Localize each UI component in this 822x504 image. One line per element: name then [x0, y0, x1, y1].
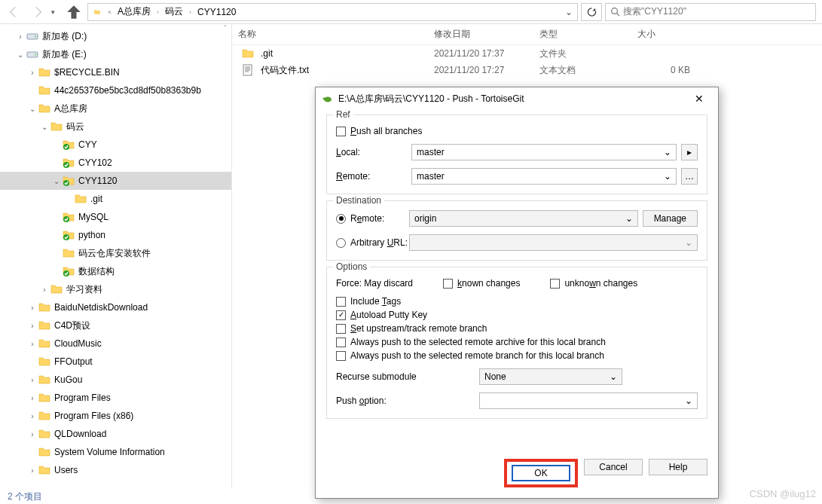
cancel-button[interactable]: Cancel — [584, 459, 643, 475]
twisty-icon[interactable]: › — [15, 32, 26, 41]
breadcrumb[interactable]: « A总库房 › 码云 › CYY1120 ⌄ — [87, 3, 578, 21]
always-branch-checkbox[interactable]: Always push to the selected remote branc… — [336, 350, 698, 361]
tree-label: python — [78, 230, 105, 240]
twisty-icon[interactable]: ⌄ — [51, 177, 62, 185]
include-tags-checkbox[interactable]: Include Tags — [336, 296, 698, 307]
tree-item[interactable]: CYY — [0, 136, 231, 154]
folder-icon — [38, 84, 51, 97]
twisty-icon[interactable]: › — [27, 394, 38, 402]
tree-label: $RECYCLE.BIN — [54, 67, 120, 78]
col-size[interactable]: 大小 — [637, 28, 690, 41]
dialog-titlebar[interactable]: E:\A总库房\码云\CYY1120 - Push - TortoiseGit … — [316, 87, 718, 110]
up-button[interactable] — [63, 2, 84, 22]
tree-item[interactable]: ›CloudMusic — [0, 334, 231, 353]
local-browse-button[interactable]: ▸ — [681, 144, 698, 160]
explorer-toolbar: ▾ « A总库房 › 码云 › CYY1120 ⌄ 搜索"CYY1120" — [0, 0, 822, 24]
tree-item[interactable]: System Volume Information — [0, 443, 231, 461]
file-icon — [241, 63, 255, 77]
recurse-select[interactable]: None⌄ — [479, 368, 622, 385]
file-size: 0 KB — [637, 65, 690, 75]
twisty-icon[interactable]: › — [27, 466, 38, 475]
history-dropdown[interactable]: ▾ — [42, 2, 63, 22]
remote-branch-label: Remote: — [336, 171, 411, 182]
help-button[interactable]: Help — [649, 459, 707, 475]
tree-item[interactable]: python — [0, 226, 231, 244]
tree-item[interactable]: ›BaiduNetdiskDownload — [0, 298, 231, 316]
push-all-checkbox[interactable]: Push all branches — [336, 126, 698, 136]
twisty-icon[interactable]: › — [27, 430, 38, 438]
close-icon[interactable]: ✕ — [686, 93, 712, 105]
known-changes-checkbox[interactable]: known changes — [443, 278, 520, 289]
tree-item[interactable]: ›Program Files (x86) — [0, 407, 231, 425]
search-icon — [610, 7, 620, 17]
tree-item[interactable]: .git — [0, 190, 231, 208]
chevron-down-icon: ⌄ — [664, 171, 671, 182]
tree-item[interactable]: ›QLDownload — [0, 425, 231, 443]
push-option-input[interactable]: ⌄ — [479, 393, 698, 409]
tree-item[interactable]: ›C4D预设 — [0, 316, 231, 334]
tree-item[interactable]: ›新加卷 (D:) — [0, 27, 231, 45]
tree-item[interactable]: CYY102 — [0, 154, 231, 172]
tree-item[interactable]: FFOutput — [0, 353, 231, 371]
tree-label: 码云仓库安装软件 — [78, 247, 151, 260]
arbitrary-url-radio[interactable] — [336, 238, 346, 248]
ok-button[interactable]: OK — [512, 465, 570, 481]
remote-browse-button[interactable]: … — [681, 168, 698, 185]
tree-item[interactable]: ›$RECYCLE.BIN — [0, 63, 231, 81]
tree-item[interactable]: ›学习资料 — [0, 280, 231, 298]
twisty-icon[interactable]: › — [27, 412, 38, 420]
tree-label: 44c265376be5bc3cd8df50b8363b9b — [54, 85, 201, 96]
col-date[interactable]: 修改日期 — [434, 28, 539, 41]
twisty-icon[interactable]: › — [27, 376, 38, 384]
remote-select[interactable]: origin⌄ — [409, 210, 638, 227]
twisty-icon[interactable]: ⌄ — [27, 105, 38, 113]
twisty-icon[interactable]: › — [27, 322, 38, 330]
breadcrumb-item[interactable]: 码云 — [162, 5, 186, 18]
folder-icon — [50, 283, 63, 296]
file-row[interactable]: 代码文件.txt2021/11/20 17:27文本文档0 KB — [232, 62, 822, 78]
search-input[interactable]: 搜索"CYY1120" — [605, 3, 816, 21]
breadcrumb-item[interactable]: A总库房 — [115, 5, 154, 18]
breadcrumb-item[interactable]: CYY1120 — [194, 7, 239, 17]
col-name[interactable]: 名称 — [238, 28, 434, 41]
tree-item[interactable]: ›Program Files — [0, 389, 231, 407]
tree-item[interactable]: 码云仓库安装软件 — [0, 244, 231, 262]
push-dialog: E:\A总库房\码云\CYY1120 - Push - TortoiseGit … — [315, 87, 719, 499]
twisty-icon[interactable]: ⌄ — [15, 50, 26, 59]
folder-git-icon — [62, 174, 75, 188]
tree-item[interactable]: ›Users — [0, 461, 231, 479]
manage-button[interactable]: Manage — [643, 210, 698, 227]
folder-icon — [38, 445, 51, 459]
file-type: 文件夹 — [539, 47, 637, 60]
file-row[interactable]: .git2021/11/20 17:37文件夹 — [232, 45, 822, 62]
file-icon — [241, 47, 255, 60]
column-headers[interactable]: 名称 修改日期 类型 大小 — [232, 24, 822, 45]
unknown-changes-checkbox[interactable]: unknown changes — [550, 278, 637, 289]
breadcrumb-dropdown[interactable]: ⌄ — [562, 7, 576, 17]
local-branch-select[interactable]: master⌄ — [411, 144, 677, 160]
remote-branch-select[interactable]: master⌄ — [411, 168, 677, 185]
tree-item[interactable]: MySQL — [0, 208, 231, 226]
tree-item[interactable]: ⌄码云 — [0, 118, 231, 136]
scroll-up-icon[interactable]: ˆ — [219, 24, 231, 32]
always-archive-checkbox[interactable]: Always push to the selected remote archi… — [336, 337, 698, 347]
refresh-button[interactable] — [581, 3, 602, 21]
autoload-putty-checkbox[interactable]: ✓Autoload Putty Key — [336, 310, 698, 320]
folder-git-icon — [62, 156, 75, 170]
remote-radio[interactable] — [336, 214, 346, 224]
tree-item[interactable]: ⌄A总库房 — [0, 99, 231, 118]
tree-item[interactable]: 44c265376be5bc3cd8df50b8363b9b — [0, 81, 231, 99]
tree-item[interactable]: ›KuGou — [0, 371, 231, 389]
set-upstream-checkbox[interactable]: Set upstream/track remote branch — [336, 323, 698, 334]
tree-item[interactable]: 数据结构 — [0, 262, 231, 280]
tree-item[interactable]: ⌄新加卷 (E:) — [0, 45, 231, 63]
twisty-icon[interactable]: › — [27, 340, 38, 348]
twisty-icon[interactable]: › — [27, 304, 38, 312]
folder-tree[interactable]: ˆ ›新加卷 (D:)⌄新加卷 (E:)›$RECYCLE.BIN44c2653… — [0, 24, 232, 489]
back-button[interactable] — [5, 2, 26, 22]
twisty-icon[interactable]: ⌄ — [39, 123, 50, 131]
col-type[interactable]: 类型 — [539, 28, 637, 41]
tree-item[interactable]: ⌄CYY1120 — [0, 172, 231, 190]
twisty-icon[interactable]: › — [27, 69, 38, 77]
twisty-icon[interactable]: › — [39, 286, 50, 294]
